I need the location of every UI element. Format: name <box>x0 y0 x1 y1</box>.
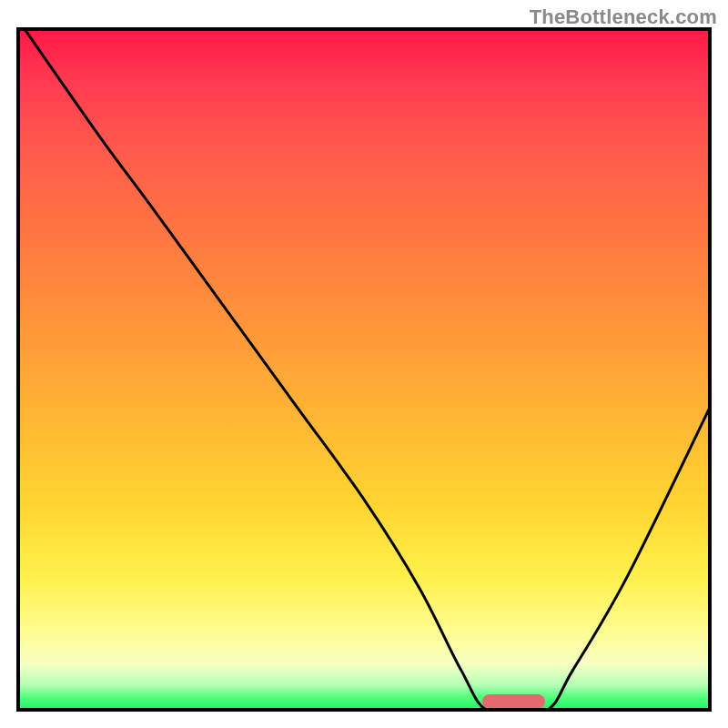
chart-container: TheBottleneck.com <box>0 0 728 728</box>
plot-area <box>16 27 712 712</box>
curve-path <box>24 27 712 712</box>
bottleneck-curve <box>16 27 712 712</box>
watermark-label: TheBottleneck.com <box>530 5 717 29</box>
